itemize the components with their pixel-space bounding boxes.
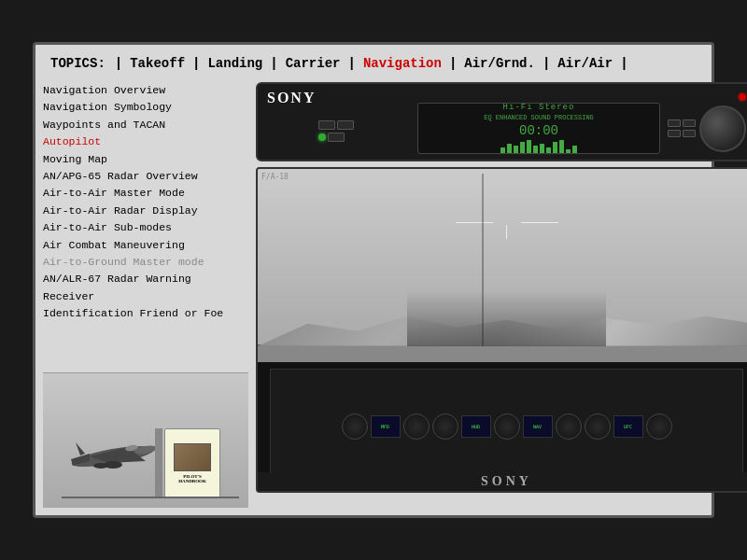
eq-bar-10: [559, 140, 564, 155]
cockpit-ground-strip: [258, 346, 747, 362]
nav-item-aiair[interactable]: Air/Air: [556, 56, 614, 71]
stereo-left-controls: [318, 120, 354, 142]
eq-bar-1: [500, 147, 505, 155]
cockpit-sony-label: SONY: [258, 472, 747, 491]
instrument-2: [403, 413, 430, 440]
stereo-rbtn-2[interactable]: [683, 119, 696, 127]
sep3: |: [270, 56, 277, 71]
instrument-6: [585, 413, 611, 440]
stereo-button-1[interactable]: [318, 120, 335, 130]
mfd-text-4: UFC: [624, 424, 632, 429]
stereo-right-buttons: [668, 119, 696, 137]
eq-bar-9: [553, 142, 557, 155]
mfd-text-2: HUD: [472, 424, 480, 429]
sidebar-item-autopilot[interactable]: Autopilot: [43, 133, 248, 150]
stereo-main-knob[interactable]: [699, 105, 746, 152]
eq-bar-12: [572, 146, 577, 155]
eq-bar-6: [533, 146, 538, 155]
sep5: |: [449, 56, 457, 71]
stereo-display-subtitle: EQ ENHANCED SOUND PROCESSING: [484, 114, 594, 121]
sep1: |: [115, 56, 122, 71]
sidebar-item-apg65[interactable]: AN/APG-65 Radar Overview: [43, 168, 248, 185]
stereo-display-title: Hi-Fi Stereo: [503, 103, 575, 112]
sidebar-item-nav-overview[interactable]: Navigation Overview: [43, 82, 248, 99]
svg-marker-3: [76, 442, 85, 455]
instrument-mfd-2: HUD: [461, 415, 491, 438]
eq-bar-7: [540, 144, 544, 155]
eq-bar-4: [520, 142, 525, 155]
sidebar: Navigation Overview Navigation Symbology…: [43, 82, 248, 493]
sidebar-item-a2a-radar[interactable]: Air-to-Air Radar Display: [43, 203, 248, 219]
sidebar-item-a2g-master: Air-to-Ground Master mode: [43, 254, 248, 271]
instrument-3: [432, 413, 458, 440]
eq-bar-5: [527, 140, 531, 155]
right-content: SONY Hi-Fi Stereo EQ ENHANCED SOUND P: [256, 82, 747, 493]
instrument-4: [494, 413, 520, 440]
bottom-media-area: PILOT'SHANDBOOK: [43, 372, 248, 508]
panel-content: MFD HUD NAV: [270, 369, 742, 484]
instrument-1: [342, 413, 368, 440]
eq-bar-11: [566, 149, 571, 155]
instrument-7: [646, 413, 672, 440]
nav-item-landing[interactable]: Landing: [205, 56, 264, 71]
main-container: TOPICS: | Takeoff | Landing | Carrier | …: [33, 42, 714, 518]
book-spine: [155, 428, 162, 498]
pilots-handbook-book: PILOT'SHANDBOOK: [155, 424, 220, 498]
sidebar-item-acm[interactable]: Air Combat Maneuvering: [43, 237, 248, 254]
hud-center: [456, 222, 558, 239]
sep2: |: [192, 56, 200, 71]
stereo-rbtn-1[interactable]: [668, 119, 681, 127]
instrument-mfd-1: MFD: [371, 415, 401, 438]
content-area: Navigation Overview Navigation Symbology…: [43, 82, 704, 493]
cockpit-label: F/A-18: [261, 173, 289, 181]
stereo-eq-bars: [500, 140, 577, 155]
topics-label: TOPICS:: [50, 56, 106, 71]
sep7: |: [620, 56, 627, 71]
stereo-knob-area: [668, 105, 746, 152]
nav-item-takeoff[interactable]: Takeoff: [128, 56, 187, 71]
cockpit-view: MFD HUD NAV: [258, 169, 747, 491]
instrument-5: [556, 413, 582, 440]
stereo-power-led: [318, 133, 326, 141]
sidebar-item-waypoints[interactable]: Waypoints and TACAN: [43, 117, 248, 133]
sidebar-item-nav-symbology[interactable]: Navigation Symbology: [43, 99, 248, 116]
sony-stereo: SONY Hi-Fi Stereo EQ ENHANCED SOUND P: [256, 82, 747, 161]
instruments-row: MFD HUD NAV: [338, 410, 676, 443]
stereo-rbtn-4[interactable]: [683, 130, 696, 137]
svg-point-7: [93, 463, 108, 469]
eq-bar-8: [546, 147, 551, 155]
sidebar-item-a2a-submodes[interactable]: Air-to-Air Sub-modes: [43, 219, 248, 236]
stereo-time: 00:00: [519, 123, 558, 138]
surface-line: [62, 497, 239, 498]
stereo-display: Hi-Fi Stereo EQ ENHANCED SOUND PROCESSIN…: [417, 103, 660, 154]
book-cover: PILOT'SHANDBOOK: [164, 428, 220, 498]
stereo-rec-led: [739, 93, 746, 101]
sidebar-item-alr67[interactable]: AN/ALR-67 Radar Warning Receiver: [43, 271, 248, 305]
nav-item-airgrnd[interactable]: Air/Grnd.: [462, 56, 537, 71]
cockpit-container: F/A-18: [256, 167, 747, 493]
mfd-text-1: MFD: [381, 424, 389, 429]
instrument-mfd-4: UFC: [613, 415, 643, 438]
stereo-rbtn-3[interactable]: [668, 130, 681, 137]
stereo-button-3[interactable]: [328, 133, 345, 142]
stereo-brand-label: SONY: [267, 90, 316, 106]
cockpit-sky: [258, 169, 747, 346]
mfd-text-3: NAV: [533, 424, 542, 429]
sidebar-item-a2a-master[interactable]: Air-to-Air Master Mode: [43, 185, 248, 202]
nav-item-navigation[interactable]: Navigation: [361, 56, 444, 71]
eq-bar-3: [514, 146, 518, 155]
eq-bar-2: [507, 144, 512, 155]
nav-bar: TOPICS: | Takeoff | Landing | Carrier | …: [43, 52, 704, 77]
sidebar-item-iff[interactable]: Identification Friend or Foe: [43, 305, 248, 322]
book-title: PILOT'SHANDBOOK: [178, 474, 206, 483]
nav-item-carrier[interactable]: Carrier: [284, 56, 343, 71]
instrument-mfd-3: NAV: [523, 415, 553, 438]
sep6: |: [543, 56, 550, 71]
stereo-button-2[interactable]: [337, 120, 354, 130]
sep4: |: [347, 56, 355, 71]
sidebar-item-moving-map[interactable]: Moving Map: [43, 151, 248, 168]
